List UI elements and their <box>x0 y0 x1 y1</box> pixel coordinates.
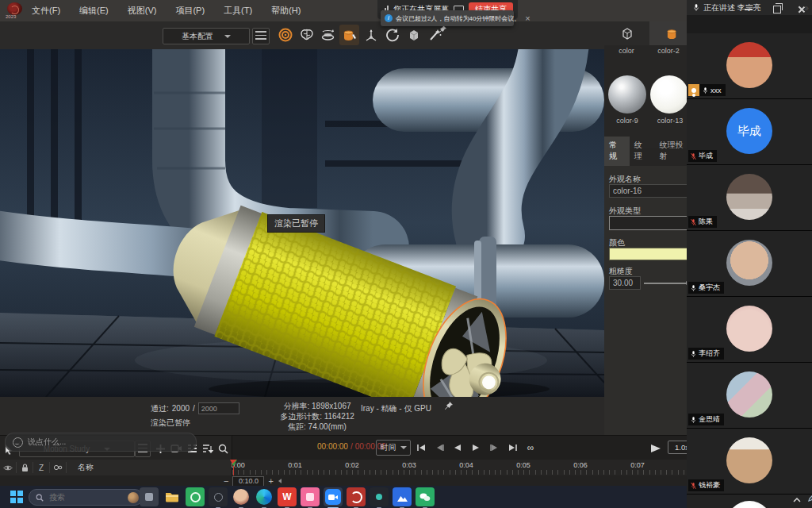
taskbar-search[interactable] <box>29 489 143 506</box>
frame-forward-button[interactable] <box>487 441 501 455</box>
motion-camera-icon[interactable] <box>50 462 67 473</box>
toast-close-icon[interactable]: × <box>525 13 530 23</box>
swatch-label-partial: color-2 <box>649 47 688 55</box>
rotate-icon[interactable] <box>382 25 402 45</box>
participant-name: xxx <box>710 87 722 94</box>
meeting-chat-input[interactable]: 说点什么... <box>5 433 197 452</box>
tencent-meeting-icon[interactable] <box>324 487 343 506</box>
avatar: 毕成 <box>726 108 772 154</box>
meeting-toast: i 会议已超过2人，自动转为40分钟限时会议。 × <box>381 10 514 26</box>
paint-bucket-icon[interactable] <box>339 25 359 45</box>
roughness-label: 粗糙度 <box>609 266 633 277</box>
meeting-logo-icon: ›› <box>804 2 807 13</box>
play-reverse-button[interactable] <box>450 441 465 455</box>
avatar <box>726 501 772 508</box>
avatar <box>726 42 772 88</box>
wps-icon[interactable]: W <box>278 487 297 506</box>
wechat-icon[interactable] <box>416 487 435 506</box>
participant-video[interactable]: 金思靖 <box>687 363 812 429</box>
green-app-icon[interactable] <box>186 487 205 506</box>
preset-list-button[interactable] <box>252 28 270 44</box>
sort-icon[interactable] <box>200 441 216 456</box>
participant-video[interactable]: 毕成 毕成 <box>687 99 812 165</box>
frame-back-button[interactable] <box>432 441 446 455</box>
swatch-library: color color-2 color-9 color-13 <box>604 45 695 148</box>
timeline-scale-input[interactable] <box>232 476 264 487</box>
render-paused-tooltip: 渲染已暂停 <box>267 214 325 233</box>
tab-general[interactable]: 常规 <box>604 137 630 166</box>
swatch-color-9[interactable] <box>608 75 646 114</box>
mic-on-icon <box>703 87 708 94</box>
lock-icon[interactable] <box>17 462 33 473</box>
flag-icon[interactable] <box>650 442 661 456</box>
participant-video[interactable]: 桑宇杰 <box>687 231 812 297</box>
menu-view[interactable]: 视图(V) <box>124 3 160 18</box>
passes-total: 2000 <box>172 404 190 413</box>
brain-icon[interactable] <box>297 25 316 45</box>
roughness-input[interactable] <box>609 276 641 290</box>
avatar <box>726 371 772 418</box>
color-swatch-bar[interactable] <box>609 248 692 260</box>
appearance-name-label: 外观名称 <box>609 174 641 185</box>
swatch-name: color-9 <box>606 117 649 125</box>
pink-app-icon[interactable] <box>301 487 320 506</box>
axes-icon[interactable] <box>361 25 381 45</box>
curve-icon[interactable]: Z <box>33 462 50 473</box>
skip-end-button[interactable] <box>505 441 519 455</box>
zoom-out-button[interactable]: − <box>224 477 228 485</box>
edge-browser-icon[interactable] <box>255 487 274 506</box>
mic-muted-icon <box>691 218 696 226</box>
turntable-icon[interactable] <box>318 25 338 45</box>
participant-video[interactable]: 陈果 <box>687 165 812 231</box>
swatch-label-partial: color <box>609 47 644 55</box>
search-icon[interactable] <box>215 441 231 456</box>
tab-texture[interactable]: 纹理 <box>630 137 655 166</box>
play-button[interactable] <box>469 441 483 455</box>
menu-project[interactable]: 项目(P) <box>172 3 208 18</box>
zoom-in-button[interactable]: + <box>268 477 273 485</box>
dark-app-icon[interactable] <box>209 487 228 506</box>
task-view-icon[interactable] <box>140 487 159 506</box>
participant-video[interactable]: 钱裕豪 <box>687 429 812 495</box>
minimize-button[interactable] <box>741 3 756 16</box>
pin-icon[interactable] <box>444 401 454 412</box>
skip-start-button[interactable] <box>414 441 428 455</box>
time-mode-dropdown[interactable]: 时间 <box>376 440 411 456</box>
appearance-tabs: 常规 纹理 纹理投射 <box>604 148 695 166</box>
avatar <box>726 240 772 286</box>
restore-button[interactable] <box>769 3 785 16</box>
tray-expand-icon[interactable] <box>793 492 801 506</box>
collapse-arrow-icon[interactable] <box>278 478 282 484</box>
appearance-panel: color color-2 color-9 color-13 常规 纹理 纹理投… <box>604 21 695 435</box>
eye-icon[interactable] <box>0 462 17 473</box>
tab-scene[interactable] <box>604 21 649 45</box>
contacts-app-icon[interactable] <box>232 487 251 506</box>
menu-tools[interactable]: 工具(T) <box>220 3 255 18</box>
photos-app-icon[interactable] <box>393 487 412 506</box>
loop-button[interactable]: ∞ <box>523 441 538 455</box>
appearance-type-dropdown[interactable] <box>609 216 691 230</box>
menu-edit[interactable]: 编辑(E) <box>76 3 112 18</box>
start-button[interactable] <box>10 491 23 503</box>
box-icon[interactable] <box>404 25 423 45</box>
preset-dropdown[interactable]: 基本配置 <box>163 28 250 44</box>
roughness-slider-track[interactable] <box>644 283 690 284</box>
file-explorer-icon[interactable] <box>163 487 182 506</box>
swatch-color-13[interactable] <box>650 75 688 114</box>
mic-on-icon <box>691 284 696 292</box>
mic-on-icon <box>691 350 696 358</box>
viewport-3d[interactable]: 渲染已暂停 <box>0 49 604 397</box>
passes-input[interactable] <box>198 402 239 414</box>
avatar <box>726 437 772 483</box>
appearance-name-input[interactable] <box>609 184 692 198</box>
menu-file[interactable]: 文件(F) <box>29 3 63 18</box>
tray-pen-icon[interactable] <box>807 491 812 506</box>
menu-help[interactable]: 帮助(H) <box>268 3 304 18</box>
dark-app-2-icon[interactable] <box>370 487 389 506</box>
participant-video[interactable]: xxx <box>687 33 812 99</box>
participant-video[interactable]: 李绍齐 <box>687 297 812 363</box>
host-badge-icon <box>688 84 699 96</box>
solidworks-icon[interactable] <box>347 487 366 506</box>
target-icon[interactable] <box>275 25 295 45</box>
search-input[interactable] <box>48 492 124 502</box>
